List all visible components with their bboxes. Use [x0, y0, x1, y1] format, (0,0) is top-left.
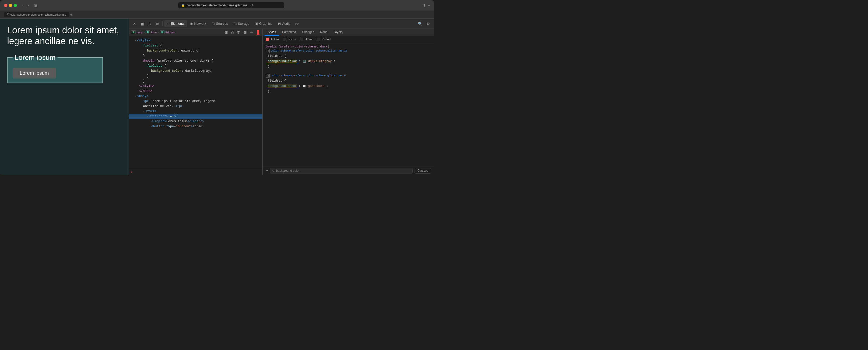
browser-window: ‹ › ▣ 🔒 color-scheme-prefers-color-schem…	[0, 0, 434, 175]
tab-title: color-scheme-prefers-color-scheme.glitch…	[10, 13, 66, 16]
add-tab-button[interactable]: +	[70, 12, 72, 17]
tab-bar: C color-scheme-prefers-color-scheme.glit…	[0, 10, 434, 19]
demo-button[interactable]: Lorem ipsum	[12, 68, 56, 79]
classes-button[interactable]: Classes	[414, 168, 431, 174]
inspect-icon: ⊙	[148, 22, 151, 26]
pseudo-visited[interactable]: Visited	[317, 38, 331, 41]
hover-checkbox[interactable]	[300, 38, 303, 41]
html-tree[interactable]: ▾<style> fieldset { background-color: ga…	[129, 36, 262, 169]
pseudo-focus[interactable]: Focus	[283, 38, 296, 41]
devtools-toolbar: ✕ ▣ ⊙ ⊕ ◻ Elements ◉ Network	[129, 19, 434, 29]
devtools-undock-button[interactable]: ▣	[138, 21, 146, 27]
devtools-inspect-button[interactable]: ⊙	[146, 21, 153, 27]
settings-button[interactable]: ⚙	[425, 21, 432, 27]
page-main-text: Lorem ipsum dolor sit amet, legere ancil…	[7, 25, 122, 47]
minimize-button[interactable]	[9, 4, 12, 7]
breadcrumb-item-1[interactable]: E form	[146, 30, 157, 34]
share-button[interactable]: ⬆	[423, 3, 426, 7]
tab-computed[interactable]: Computed	[279, 29, 299, 36]
tab-node[interactable]: Node	[317, 29, 331, 36]
tab-audit-label: Audit	[282, 22, 290, 26]
css-rule-base: {} color-scheme-prefers-color-scheme.gli…	[266, 74, 431, 94]
close-button[interactable]	[4, 4, 7, 7]
back-button[interactable]: ‹	[21, 3, 25, 8]
html-line-selected[interactable]: ▾<fieldset> = $0	[129, 114, 262, 119]
devtools-close-button[interactable]: ✕	[131, 21, 138, 27]
css-source-link-1[interactable]: color-scheme-prefers-color-scheme.glitch…	[271, 49, 347, 52]
close-icon: ✕	[133, 22, 136, 26]
html-line: background-color: gainsboro;	[129, 48, 262, 53]
tab-graphics[interactable]: ▣ Graphics	[252, 20, 275, 27]
breadcrumb-name-2: fieldset	[165, 31, 174, 34]
webpage-preview: Lorem ipsum dolor sit amet, legere ancil…	[0, 19, 129, 175]
console-input[interactable]	[134, 170, 260, 174]
highlight-tool-button[interactable]: █	[256, 30, 260, 35]
screenshot-tool-button[interactable]: ◫	[236, 30, 241, 35]
filter-input-container: ⊙	[270, 168, 412, 174]
breadcrumb-name-1: form	[151, 31, 157, 34]
address-text: color-scheme-prefers-color-scheme.glitch…	[187, 3, 248, 7]
html-line: }	[129, 79, 262, 84]
breadcrumb-item-2[interactable]: E fieldset	[160, 30, 174, 34]
search-button[interactable]: 🔍	[416, 21, 424, 27]
html-line: </style>	[129, 84, 262, 89]
sidebar-toggle-button[interactable]: ▣	[32, 2, 39, 8]
breadcrumb-tag-1: E	[146, 30, 150, 34]
css-media-query: @media (prefers-color–scheme: dark)	[266, 45, 431, 49]
refresh-button[interactable]: ↺	[250, 3, 253, 7]
html-line: fieldset {	[129, 63, 262, 68]
layout-tool-button[interactable]: ⊟	[243, 30, 248, 35]
pseudo-active[interactable]: Active	[266, 38, 279, 41]
add-rule-button[interactable]: +	[266, 169, 268, 173]
tab-styles[interactable]: Styles	[265, 29, 279, 36]
html-line: }	[129, 74, 262, 79]
forward-button[interactable]: ›	[26, 3, 31, 8]
browser-tab[interactable]: C color-scheme-prefers-color-scheme.glit…	[4, 12, 69, 17]
breadcrumb-item-0[interactable]: E body	[131, 30, 143, 34]
maximize-button[interactable]	[13, 4, 17, 7]
css-property-line-1[interactable]: background-color : darkslategray ;	[266, 59, 431, 64]
traffic-lights	[4, 4, 17, 7]
css-rule-icon: {}	[266, 49, 270, 53]
new-tab-button[interactable]: +	[428, 3, 430, 7]
tab-storage[interactable]: ◫ Storage	[231, 20, 252, 27]
grid-tool-button[interactable]: ⊞	[224, 30, 229, 35]
more-tabs-button[interactable]: >>	[293, 21, 301, 27]
focus-label: Focus	[288, 38, 296, 41]
address-bar[interactable]: 🔒 color-scheme-prefers-color-scheme.glit…	[178, 2, 284, 8]
toolbar-divider	[162, 21, 163, 26]
console-line: ›	[129, 169, 262, 175]
filter-input[interactable]	[276, 169, 410, 173]
html-line: </head>	[129, 89, 262, 94]
tab-audit[interactable]: ◩ Audit	[275, 20, 292, 27]
tab-sources-label: Sources	[216, 22, 228, 26]
html-line: <legend>Lorem ipsum</legend>	[129, 119, 262, 124]
tab-elements[interactable]: ◻ Elements	[164, 20, 187, 27]
devtools-pick-button[interactable]: ⊕	[154, 21, 161, 27]
demo-legend: Lorem ipsum	[12, 54, 58, 62]
element-tools: ⊞ ⎙ ◫ ⊟ ✏ █	[224, 30, 260, 35]
console-prompt-icon: ›	[131, 170, 132, 174]
tab-sources[interactable]: ◱ Sources	[209, 20, 230, 27]
color-swatch-dark[interactable]	[303, 60, 306, 63]
active-checkbox[interactable]	[266, 38, 269, 41]
visited-checkbox[interactable]	[317, 38, 320, 41]
css-property-line-2[interactable]: background-color : gainsboro ;	[266, 84, 431, 89]
css-source-link-2[interactable]: color-scheme-prefers-color-scheme.glitch…	[271, 74, 346, 77]
devtools-panel: ✕ ▣ ⊙ ⊕ ◻ Elements ◉ Network	[129, 19, 434, 175]
html-line: <p> Lorem ipsum dolor sit amet, legere	[129, 99, 262, 104]
print-tool-button[interactable]: ⎙	[230, 30, 235, 35]
tab-layers[interactable]: Layers	[331, 29, 346, 36]
css-close-brace-2: }	[266, 89, 431, 94]
tab-changes[interactable]: Changes	[299, 29, 317, 36]
styles-panel: Styles Computed Changes Node Layers Acti…	[263, 29, 434, 175]
tab-network[interactable]: ◉ Network	[187, 20, 209, 27]
edit-tool-button[interactable]: ✏	[249, 30, 254, 35]
html-line: ▾<form>	[129, 109, 262, 114]
graphics-icon: ▣	[255, 22, 258, 26]
pseudo-hover[interactable]: Hover	[300, 38, 313, 41]
focus-checkbox[interactable]	[283, 38, 286, 41]
css-rules[interactable]: @media (prefers-color–scheme: dark) {} c…	[263, 43, 434, 166]
color-swatch-light[interactable]	[303, 85, 306, 87]
breadcrumb-sep-1: ›	[158, 31, 159, 34]
